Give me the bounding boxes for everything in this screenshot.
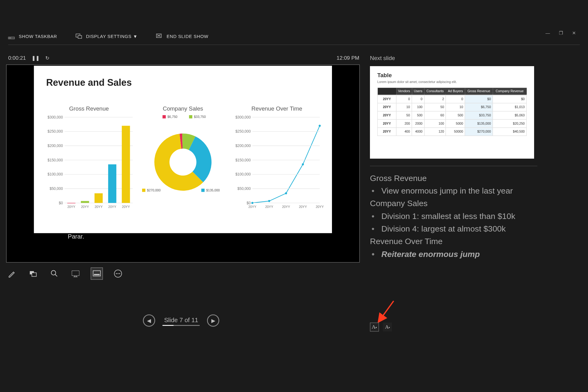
svg-point-77 [119,273,120,274]
svg-point-76 [118,273,119,274]
svg-text:20YY: 20YY [67,205,75,209]
end-show-icon [156,33,162,39]
zoom-button[interactable] [48,267,60,280]
slide-subtitle: Parar. [68,233,84,240]
grid-icon [29,270,37,278]
svg-point-54 [251,202,254,204]
svg-text:$100,000: $100,000 [236,172,251,176]
svg-text:$135,000: $135,000 [206,188,220,192]
svg-rect-32 [163,115,166,119]
end-show-label: END SLIDE SHOW [167,34,208,39]
prev-slide-button[interactable]: ◀ [143,315,155,327]
presenter-tools [6,267,124,280]
svg-text:$100,000: $100,000 [47,172,63,176]
increase-font-button[interactable]: A▴ [370,322,379,331]
notes-heading-3: Revenue Over Time [370,235,537,248]
restart-timer-button[interactable]: ↻ [45,55,49,61]
svg-text:$200,000: $200,000 [47,144,63,148]
see-all-slides-button[interactable] [27,267,39,280]
current-slide: Revenue and Sales Gross Revenue $0$50,00… [34,66,332,233]
svg-point-62 [319,125,321,127]
elapsed-time: 0:00:21 [8,55,26,61]
end-slideshow-button[interactable]: END SLIDE SHOW [156,33,208,39]
svg-line-78 [380,301,394,320]
black-screen-button[interactable] [70,267,82,280]
svg-rect-65 [32,273,36,277]
pen-tool-button[interactable] [6,267,18,280]
svg-text:$33,750: $33,750 [194,115,206,119]
svg-point-75 [116,273,117,274]
svg-rect-30 [122,126,130,203]
svg-text:$250,000: $250,000 [47,129,63,134]
slide-counter[interactable]: Slide 7 of 11 [163,315,200,326]
notes-bullet: View enormous jump in the last year [381,185,537,197]
screen-icon [71,270,80,278]
svg-rect-22 [67,203,76,203]
next-slide-thumbnail[interactable]: Table Lorem ipsum dolor sit amet, consec… [370,66,534,158]
more-icon [114,269,123,278]
svg-rect-34 [189,115,192,119]
svg-rect-72 [93,271,100,276]
show-taskbar-button[interactable]: SHOW TASKBAR [8,33,57,39]
notes-bullet: Division 1: smallest at less than $10k [381,210,537,222]
svg-rect-28 [108,164,116,203]
chart-gross-revenue: Gross Revenue $0$50,000$100,000$150,000$… [42,105,136,229]
subtitle-toggle-button[interactable] [91,267,103,280]
svg-text:$0: $0 [59,201,63,205]
svg-text:$0: $0 [247,201,251,205]
show-taskbar-label: SHOW TASKBAR [19,34,57,39]
svg-text:20YY: 20YY [122,205,130,209]
display-settings-icon [75,33,82,39]
notes-font-size-controls: A▴ A▾ [370,322,392,331]
svg-rect-36 [142,189,145,192]
chart2-title: Company Sales [136,105,230,112]
svg-rect-73 [94,274,100,275]
svg-text:20YY: 20YY [81,205,89,209]
presenter-toolbar: SHOW TASKBAR DISPLAY SETTINGS ▼ END SLID… [8,33,580,45]
svg-text:$250,000: $250,000 [236,129,251,134]
svg-text:20YY: 20YY [95,205,103,209]
svg-line-67 [55,274,57,277]
next-slide-title: Table [377,72,527,78]
clock-time: 12:09 PM [337,55,359,61]
subtitle-icon [92,270,101,278]
slide-navigator: ◀ Slide 7 of 11 ▶ [143,315,220,327]
chart1-title: Gross Revenue [42,105,136,112]
notes-heading-1: Gross Revenue [370,172,537,184]
display-settings-button[interactable]: DISPLAY SETTINGS ▼ [75,33,138,39]
svg-rect-2 [10,38,11,38]
svg-text:$50,000: $50,000 [237,187,251,191]
svg-text:$270,000: $270,000 [147,188,161,192]
svg-text:$150,000: $150,000 [236,158,251,162]
svg-text:$50,000: $50,000 [50,187,63,191]
svg-rect-26 [95,193,103,203]
svg-rect-1 [9,38,10,38]
svg-text:20YY: 20YY [299,205,307,209]
svg-text:20YY: 20YY [108,205,116,209]
svg-point-66 [51,270,56,275]
svg-text:$6,750: $6,750 [168,115,178,119]
taskbar-icon [8,33,15,39]
current-slide-frame[interactable]: Revenue and Sales Gross Revenue $0$50,00… [6,65,360,263]
slide-title: Revenue and Sales [46,77,132,88]
svg-text:$300,000: $300,000 [236,115,251,119]
pause-button[interactable]: ❚❚ [32,55,40,61]
next-slide-button[interactable]: ▶ [207,315,220,327]
more-options-button[interactable] [112,267,124,280]
magnifier-icon [50,270,58,278]
decrease-font-button[interactable]: A▾ [383,322,392,331]
svg-text:$300,000: $300,000 [47,115,63,119]
svg-rect-68 [72,271,79,276]
svg-text:$150,000: $150,000 [47,158,63,162]
svg-point-56 [268,200,270,202]
svg-rect-24 [81,201,89,203]
svg-point-58 [285,192,287,194]
display-settings-label: DISPLAY SETTINGS ▼ [86,34,138,39]
svg-rect-4 [78,35,81,38]
next-slide-table: VendorsUsersConsultantsAd BuyersGross Re… [377,88,527,136]
chart-revenue-over-time: Revenue Over Time $0$50,000$100,000$150,… [230,105,324,229]
annotation-arrow-icon [374,298,398,326]
next-slide-subtitle: Lorem ipsum dolor sit amet, consectetur … [377,80,527,84]
speaker-notes: Gross Revenue View enormous jump in the … [370,172,537,260]
svg-point-60 [302,163,304,165]
